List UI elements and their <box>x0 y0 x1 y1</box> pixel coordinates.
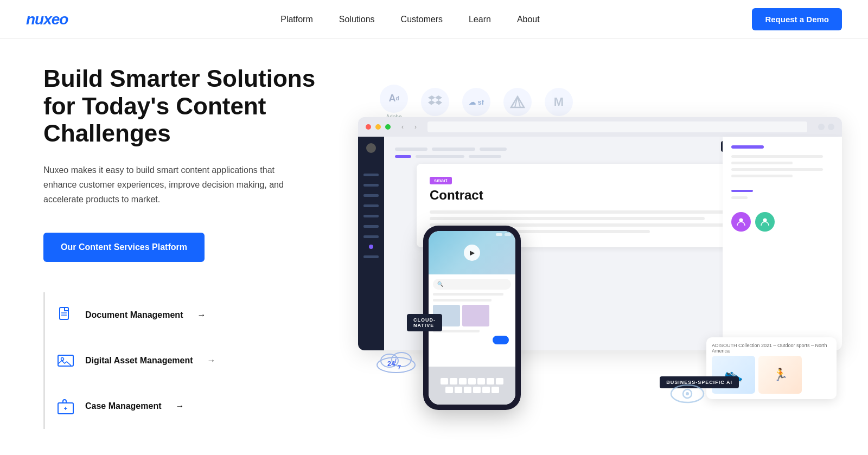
cloud-native-badge: CLOUD-NATIVE <box>407 314 442 331</box>
panel-line1 <box>731 155 823 158</box>
phone-thumbs <box>433 305 511 326</box>
phone-header-image: ▶ <box>429 231 515 274</box>
drive-icon <box>503 88 532 116</box>
phone-line2 <box>433 299 492 302</box>
kb-key <box>459 378 467 384</box>
browser-forward: › <box>414 123 417 131</box>
doc-icon <box>56 305 75 325</box>
kb-key <box>464 387 471 393</box>
panel-line4 <box>731 175 793 177</box>
image-icon <box>56 351 75 370</box>
browser-icon2 <box>828 124 834 130</box>
skel-purple <box>395 155 411 158</box>
skel4 <box>416 155 464 158</box>
svg-point-4 <box>61 358 64 361</box>
navbar: nuxeo Platform Solutions Customers Learn… <box>0 0 868 39</box>
browser-right-panel <box>723 137 842 350</box>
dot-green <box>385 124 391 130</box>
sidebar-rect6 <box>363 225 379 228</box>
sidebar-rect3 <box>363 194 379 197</box>
kb-key <box>492 387 499 393</box>
nav-about[interactable]: About <box>517 15 540 24</box>
phone-send-button[interactable] <box>493 336 509 344</box>
search-icon-small: 🔍 <box>437 281 443 287</box>
logo[interactable]: nuxeo <box>26 11 68 28</box>
integrations-row: Ad Adobe ☁ sf <box>380 85 573 120</box>
feature-doc-management[interactable]: Document Management → <box>43 292 326 338</box>
feature-dam[interactable]: Digital Asset Management → <box>43 338 326 383</box>
browser-back: ‹ <box>401 123 404 131</box>
kb-key <box>445 387 453 393</box>
logo-text: nuxeo <box>26 11 68 28</box>
kb-key <box>482 387 490 393</box>
sidebar-rect8 <box>363 255 379 258</box>
feature-case-management[interactable]: Case Management → <box>43 383 326 429</box>
integration-gmail: M <box>545 88 573 116</box>
adobe-icon: Ad <box>380 85 408 113</box>
kb-key <box>496 378 503 384</box>
cloud-native-area: 24 / 7 CLOUD-NATIVE <box>374 342 418 375</box>
kb-key <box>473 387 481 393</box>
feature-dam-label: Digital Asset Management <box>85 356 193 366</box>
kb-key <box>450 378 457 384</box>
nav-platform[interactable]: Platform <box>280 15 313 24</box>
request-demo-button[interactable]: Request a Demo <box>752 8 842 30</box>
case-icon <box>56 396 75 416</box>
phone-thumb2 <box>462 305 489 326</box>
panel-line5 <box>731 196 748 199</box>
svg-point-23 <box>686 392 689 395</box>
platform-cta-button[interactable]: Our Content Services Platform <box>43 233 205 262</box>
nav-learn[interactable]: Learn <box>469 15 491 24</box>
salesforce-icon: ☁ sf <box>462 88 490 116</box>
cloud-svg: 24 / 7 <box>374 342 418 375</box>
phone-keyboard <box>429 367 515 405</box>
integration-dropbox <box>421 88 449 116</box>
svg-marker-8 <box>428 95 435 105</box>
feature-case-label: Case Management <box>85 401 162 411</box>
phone-search-bar[interactable]: 🔍 <box>433 279 511 290</box>
phone-image: ▶ <box>429 231 515 274</box>
product-collection-label: ADISOUTH Collection 2021 – Outdoor sport… <box>712 343 831 354</box>
integration-drive <box>503 88 532 116</box>
hero-section: Build Smarter Solutions for Today's Cont… <box>0 39 868 455</box>
panel-bar <box>731 145 764 149</box>
eye-icon <box>668 383 706 405</box>
hero-left: Build Smarter Solutions for Today's Cont… <box>43 65 326 429</box>
svg-text:/: / <box>395 358 397 364</box>
dropbox-icon <box>421 88 449 116</box>
panel-line2 <box>731 162 793 164</box>
kb-key <box>441 378 448 384</box>
feature-dam-arrow: → <box>207 356 216 366</box>
skel5 <box>469 155 501 158</box>
sidebar-rect4 <box>363 204 379 207</box>
nav-solutions[interactable]: Solutions <box>339 15 375 24</box>
sidebar-rect7 <box>363 235 379 238</box>
nav-customers[interactable]: Customers <box>401 15 443 24</box>
integration-adobe: Ad Adobe <box>380 85 408 120</box>
kb-key <box>455 387 462 393</box>
avatar-purple <box>731 212 751 232</box>
kb-key <box>487 378 494 384</box>
phone-line1 <box>433 293 503 296</box>
skel3 <box>480 148 507 151</box>
dot-red <box>366 124 371 130</box>
sidebar-rect2 <box>363 184 379 187</box>
url-bar <box>427 121 807 132</box>
phone-battery <box>505 233 511 236</box>
skel1 <box>395 148 427 151</box>
browser-icon1 <box>818 124 825 130</box>
sidebar-user-icon <box>366 143 376 153</box>
feature-case-arrow: → <box>176 401 184 411</box>
play-button[interactable]: ▶ <box>464 245 480 261</box>
product-img2: 🏃 <box>758 356 802 394</box>
svg-text:7: 7 <box>398 364 401 370</box>
contract-line1 <box>430 210 760 214</box>
panel-accent <box>731 190 753 192</box>
hero-subtitle: Nuxeo makes it easy to build smart conte… <box>43 163 293 207</box>
feature-doc-arrow: → <box>197 310 206 320</box>
sidebar-rect5 <box>363 215 379 217</box>
phone-signal <box>496 233 502 236</box>
product-card: ADISOUTH Collection 2021 – Outdoor sport… <box>706 337 837 399</box>
hero-title: Build Smarter Solutions for Today's Cont… <box>43 65 326 148</box>
kb-row2 <box>445 387 499 393</box>
